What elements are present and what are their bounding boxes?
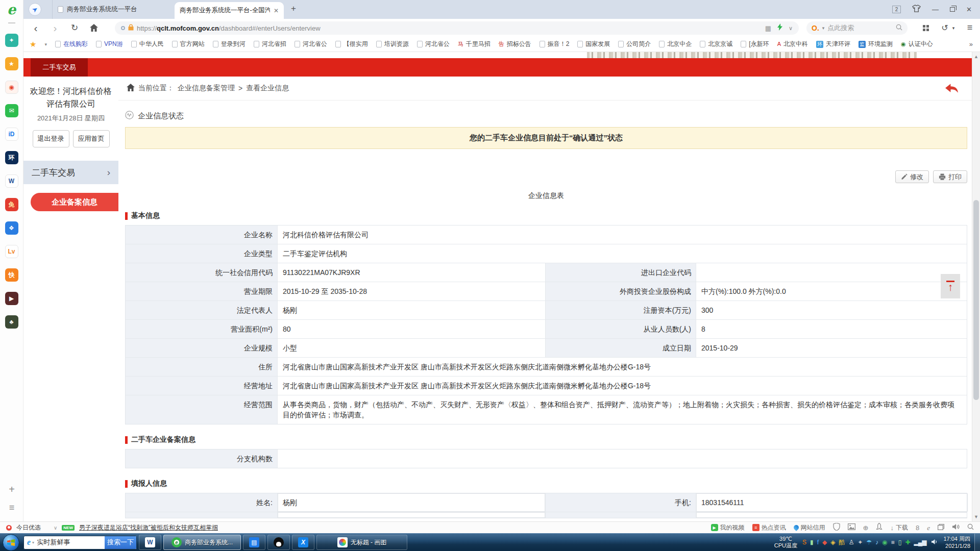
sidebar-menu-used-car[interactable]: 二手车交易 › [23, 161, 118, 184]
ie-mode-icon[interactable]: e [927, 524, 930, 531]
word-doc-icon[interactable]: W [5, 174, 18, 188]
favorites-star-icon[interactable]: ★ [5, 57, 18, 70]
ssl-lock-icon[interactable] [128, 23, 134, 33]
search-engine-icon[interactable]: O. [812, 24, 819, 32]
box-tray-icon[interactable]: ■ [891, 539, 894, 545]
bookmark-item[interactable]: 振音！2 [540, 40, 570, 48]
band-expand-icon[interactable]: ▾ [32, 540, 34, 545]
security-tray-icon[interactable]: ◆ [822, 539, 826, 545]
app-home-button[interactable]: 应用首页 [73, 130, 110, 147]
id-app-icon[interactable]: iD [5, 128, 18, 141]
minimize-button[interactable]: — [932, 6, 939, 13]
window-mode-icon[interactable] [938, 524, 944, 532]
weibo-icon[interactable]: ◉ [5, 81, 18, 94]
kuaishou-icon[interactable]: 快 [5, 268, 18, 282]
refresh-button[interactable]: ↻ [68, 19, 81, 37]
usb-eject-tray-icon[interactable]: ▯ [898, 539, 901, 545]
back-to-top-button[interactable]: ↑ [941, 274, 960, 298]
add-extension-icon[interactable]: ⊕ [863, 524, 869, 531]
tab-active[interactable]: 商务部业务系统统一平台-全国汽 ✕ [175, 2, 284, 19]
music-tray-icon[interactable]: ♪ [875, 539, 878, 545]
sidebar-item-enterprise-record[interactable]: 企业备案信息 [31, 193, 118, 211]
ku-tray-icon[interactable]: 酷 [839, 539, 844, 545]
favorites-dropdown-icon[interactable]: ▾ [44, 42, 47, 47]
taskbar-search-band[interactable]: e ▾ 实时新鲜事 搜索一下 [23, 536, 137, 549]
scroll-up-icon[interactable]: ▲ [972, 54, 980, 59]
wechat-tray-icon[interactable]: ◉ [882, 539, 887, 545]
start-button[interactable] [3, 534, 19, 551]
bookmark-item[interactable]: 培训资源 [376, 40, 409, 48]
bookmark-item[interactable]: 监 环境监测 [859, 40, 893, 48]
free-novel-icon[interactable]: 免 [5, 198, 18, 211]
taskbar-word-button[interactable]: W [139, 535, 161, 550]
bookmark-item[interactable]: 中华人民 [131, 40, 164, 48]
game-app-icon[interactable]: ♣ [5, 315, 18, 329]
apps-grid-icon[interactable] [921, 19, 931, 37]
bookmark-item[interactable]: 河北省公 [417, 40, 450, 48]
bookmark-item[interactable]: 国家发展 [577, 40, 610, 48]
edit-button[interactable]: 修改 [895, 170, 929, 183]
taskbar-thunder-button[interactable]: X [292, 535, 314, 550]
bookmark-item[interactable]: ◉ 认证中心 [901, 40, 933, 48]
tab-inactive[interactable]: 商务部业务系统统一平台 [52, 0, 170, 19]
360-browser-logo-icon[interactable]: e [7, 2, 16, 17]
bookmark-item[interactable]: 在线购彩 [55, 40, 88, 48]
favorites-star-icon[interactable]: ★ [30, 40, 36, 49]
strip-menu-icon[interactable]: ≡ [9, 503, 15, 513]
taskbar-video-app-button[interactable]: ▤ [243, 535, 265, 550]
add-app-icon[interactable]: + [9, 484, 15, 495]
compass-nav-icon[interactable]: ➤ [29, 3, 41, 16]
map-icon[interactable]: ❖ [5, 221, 18, 235]
search-engine-dropdown-icon[interactable]: ▾ [822, 26, 825, 31]
tab-count-badge[interactable]: 2 [892, 6, 901, 13]
mute-speaker-icon[interactable] [952, 523, 960, 532]
bookmark-item[interactable]: 环 天津环评 [816, 40, 850, 48]
search-magnifier-icon[interactable] [896, 23, 902, 33]
show-desktop-button[interactable] [974, 534, 980, 551]
qr-code-icon[interactable]: ▦ [765, 24, 771, 32]
close-window-button[interactable]: ✕ [966, 6, 972, 13]
diamond-tray-icon[interactable]: ◈ [830, 539, 835, 545]
new-tab-button[interactable]: + [291, 4, 296, 14]
lv-icon[interactable]: Lv [5, 245, 18, 258]
bookmark-item[interactable]: A 北京中科 [777, 40, 808, 48]
skin-theme-icon[interactable] [912, 5, 921, 14]
flash-tray-icon[interactable]: f [817, 539, 818, 545]
bookmark-item[interactable]: 【很实用 [335, 40, 368, 48]
volume-icon[interactable] [931, 538, 938, 547]
bookmark-item[interactable]: 河北省公 [295, 40, 327, 48]
scrollbar-thumb[interactable] [973, 200, 979, 400]
url-field[interactable]: https://qclt.mofcom.gov.cn/dashboard#/en… [115, 21, 799, 35]
browser-menu-icon[interactable]: ≡ [964, 19, 976, 37]
bookmark-item[interactable]: 马 千里马招 [458, 40, 491, 48]
site-info-icon[interactable] [121, 26, 125, 30]
bookmark-item[interactable]: 北京京诚 [700, 40, 732, 48]
taskbar-paint-button[interactable]: 无标题 - 画图 [316, 535, 407, 550]
restore-button[interactable] [950, 7, 955, 12]
taskbar-search-button[interactable]: 搜索一下 [105, 536, 136, 549]
huanqiu-school-icon[interactable]: 环 [5, 151, 18, 164]
taskbar-search-text[interactable]: 实时新鲜事 [37, 538, 105, 547]
undo-dropdown-icon[interactable]: ▾ [950, 19, 957, 37]
sparkle-tray-icon[interactable]: ✦ [857, 539, 862, 545]
tab-close-icon[interactable]: ✕ [274, 7, 279, 14]
logout-button[interactable]: 退出登录 [33, 130, 69, 147]
bookmark-item[interactable]: 河北省招 [254, 40, 286, 48]
news-headline-link[interactable]: 男子深夜进足浴店“找刺激”被拒后和女技师互相掌掴 [79, 523, 218, 532]
collapse-news-icon[interactable]: ∨ [54, 525, 57, 531]
module-tab-used-car[interactable]: 二手车交易 [31, 58, 88, 77]
pet-tray-icon[interactable]: ♙ [848, 539, 853, 545]
screenshot-icon[interactable] [848, 523, 855, 532]
download-item[interactable]: ↓ 下载 [890, 523, 908, 532]
usb-tray-icon[interactable]: ▮ [810, 539, 813, 545]
find-page-icon[interactable] [967, 523, 974, 532]
hot-news-item[interactable]: ≡ 热点资讯 [752, 523, 786, 532]
print-button[interactable]: 打印 [933, 170, 967, 183]
bookmark-item[interactable]: 官方网站 [172, 40, 205, 48]
url-dropdown-icon[interactable]: ∨ [789, 25, 793, 32]
shield-icon[interactable] [833, 523, 840, 532]
my-videos-item[interactable]: ▶ 我的视频 [711, 523, 745, 532]
health-tray-icon[interactable]: ✚ [905, 539, 910, 545]
undo-closed-tab-icon[interactable]: ↺ [939, 19, 950, 37]
umbrella-tray-icon[interactable]: ☂ [866, 539, 871, 545]
